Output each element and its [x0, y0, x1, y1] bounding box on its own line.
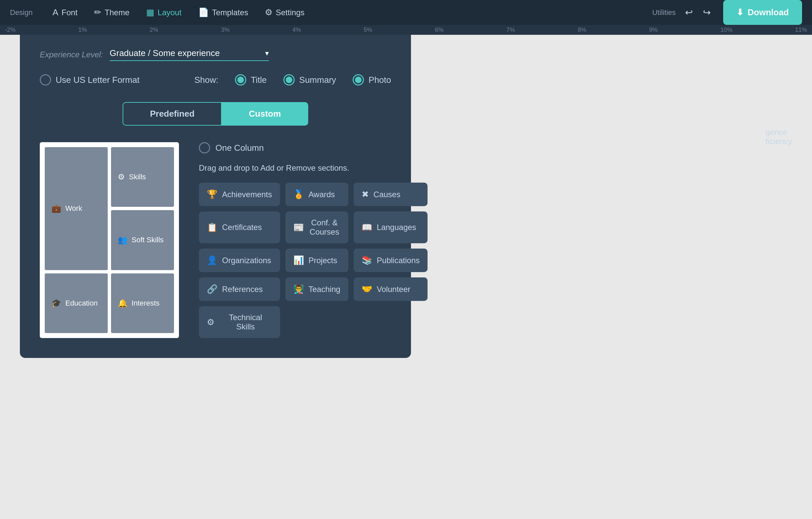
publications-label: Publications: [377, 256, 419, 265]
download-icon: ⬇: [736, 7, 744, 18]
section-projects[interactable]: 📊 Projects: [285, 249, 348, 272]
technical-skills-icon: ⚙: [207, 317, 214, 327]
conf-courses-icon: 📰: [293, 222, 304, 233]
undo-button[interactable]: ↩: [683, 4, 695, 21]
ruler-mark: 10%: [721, 27, 732, 33]
templates-icon: 📄: [198, 7, 209, 18]
ruler-mark: 1%: [78, 27, 87, 33]
toolbar-group-design: A Font ✏ Theme ▦ Layout 📄 Templates ⚙ Se…: [46, 4, 311, 21]
layout-button[interactable]: ▦ Layout: [140, 4, 188, 21]
experience-level-value: Graduate / Some experience: [110, 48, 220, 58]
main-area: Experience Level: Graduate / Some experi…: [0, 35, 812, 519]
preview-interests-cell[interactable]: 🔔 Interests: [111, 273, 174, 333]
technical-skills-label: Technical Skills: [219, 313, 272, 331]
templates-label: Templates: [212, 8, 248, 17]
show-photo-option[interactable]: Photo: [353, 74, 391, 86]
achievements-icon: 🏆: [207, 189, 218, 200]
causes-label: Causes: [374, 190, 400, 199]
templates-button[interactable]: 📄 Templates: [192, 4, 255, 21]
certificates-icon: 📋: [207, 222, 218, 233]
theme-button[interactable]: ✏ Theme: [87, 4, 136, 21]
teaching-icon: 👨‍🏫: [293, 284, 304, 294]
ruler-mark: 9%: [649, 27, 658, 33]
ruler-mark: 4%: [292, 27, 301, 33]
experience-level-select[interactable]: Graduate / Some experience ▾: [110, 48, 269, 61]
projects-icon: 📊: [293, 255, 304, 265]
organizations-icon: 👤: [207, 255, 218, 265]
side-content-hint: gence ficiency: [765, 127, 792, 146]
preview-education-cell[interactable]: 🎓 Education: [45, 273, 108, 333]
radio-inner-summary: [286, 77, 292, 83]
education-icon: 🎓: [51, 298, 61, 308]
preview-work-cell[interactable]: 💼 Work: [45, 147, 108, 270]
us-letter-label: Use US Letter Format: [56, 75, 140, 85]
interests-cell-label: Interests: [132, 299, 160, 308]
causes-icon: ✖: [361, 189, 369, 200]
side-text-ficiency: ficiency: [765, 137, 792, 146]
body-row: 💼 Work ⚙ Skills 👥 Soft Skills 🎓: [40, 142, 391, 338]
awards-label: Awards: [309, 190, 335, 199]
section-awards[interactable]: 🏅 Awards: [285, 183, 348, 206]
volunteer-label: Volunteer: [377, 285, 410, 294]
show-label: Show:: [194, 75, 218, 85]
soft-skills-cell-label: Soft Skills: [132, 236, 164, 244]
settings-label: Settings: [276, 8, 304, 17]
custom-tab[interactable]: Custom: [222, 102, 308, 125]
experience-level-row: Experience Level: Graduate / Some experi…: [40, 48, 391, 61]
us-letter-option[interactable]: Use US Letter Format: [40, 74, 140, 86]
tab-row: Predefined Custom: [40, 102, 391, 125]
utilities-group: ↩ ↪: [683, 4, 713, 21]
section-references[interactable]: 🔗 References: [199, 278, 280, 301]
show-summary-radio[interactable]: [283, 74, 295, 86]
show-summary-option[interactable]: Summary: [283, 74, 336, 86]
chevron-down-icon: ▾: [265, 49, 269, 58]
references-label: References: [222, 285, 263, 294]
gear-icon: ⚙: [265, 7, 272, 18]
section-causes[interactable]: ✖ Causes: [354, 183, 428, 206]
ruler-mark: 6%: [435, 27, 444, 33]
section-achievements[interactable]: 🏆 Achievements: [199, 183, 280, 206]
section-teaching[interactable]: 👨‍🏫 Teaching: [285, 278, 348, 301]
show-photo-radio[interactable]: [353, 74, 364, 86]
volunteer-icon: 🤝: [361, 284, 372, 294]
settings-button[interactable]: ⚙ Settings: [258, 4, 311, 21]
redo-button[interactable]: ↪: [700, 4, 713, 21]
section-technical-skills[interactable]: ⚙ Technical Skills: [199, 306, 280, 338]
preview-soft-skills-cell[interactable]: 👥 Soft Skills: [111, 210, 174, 270]
show-title-radio[interactable]: [235, 74, 246, 86]
languages-icon: 📖: [361, 222, 372, 233]
predefined-tab[interactable]: Predefined: [123, 102, 222, 125]
utilities-label: Utilities: [652, 8, 676, 17]
download-button[interactable]: ⬇ Download: [723, 0, 802, 25]
preview-skills-cell[interactable]: ⚙ Skills: [111, 147, 174, 207]
show-photo-label: Photo: [369, 75, 391, 85]
drag-hint: Drag and drop to Add or Remove sections.: [199, 163, 428, 173]
publications-icon: 📚: [361, 255, 372, 265]
sections-options-panel: One Column Drag and drop to Add or Remov…: [199, 142, 428, 338]
section-volunteer[interactable]: 🤝 Volunteer: [354, 278, 428, 301]
us-letter-radio[interactable]: [40, 74, 51, 86]
preview-grid: 💼 Work ⚙ Skills 👥 Soft Skills 🎓: [45, 147, 174, 333]
certificates-label: Certificates: [222, 223, 262, 232]
section-conf-courses[interactable]: 📰 Conf. & Courses: [285, 211, 348, 243]
ruler-mark: 8%: [578, 27, 586, 33]
organizations-label: Organizations: [222, 256, 271, 265]
layout-label: Layout: [158, 8, 182, 17]
section-publications[interactable]: 📚 Publications: [354, 249, 428, 272]
ruler-marks: -2% 1% 2% 3% 4% 5% 6% 7% 8% 9% 10% 11%: [5, 27, 807, 33]
font-button[interactable]: A Font: [46, 4, 84, 21]
sections-grid: 🏆 Achievements 🏅 Awards ✖ Causes 📋 Certi…: [199, 183, 428, 338]
ruler-mark: 5%: [364, 27, 372, 33]
section-certificates[interactable]: 📋 Certificates: [199, 211, 280, 243]
one-column-radio[interactable]: [199, 142, 210, 153]
work-cell-inner: 💼 Work: [51, 204, 82, 213]
toolbar: Design A Font ✏ Theme ▦ Layout 📄 Templat…: [0, 0, 812, 25]
one-column-row: One Column: [199, 142, 428, 153]
radio-inner-title: [237, 77, 244, 83]
section-languages[interactable]: 📖 Languages: [354, 211, 428, 243]
skills-icon: ⚙: [118, 172, 125, 182]
conf-courses-label: Conf. & Courses: [309, 218, 340, 237]
section-organizations[interactable]: 👤 Organizations: [199, 249, 280, 272]
show-title-option[interactable]: Title: [235, 74, 267, 86]
ruler: -2% 1% 2% 3% 4% 5% 6% 7% 8% 9% 10% 11%: [0, 25, 812, 35]
